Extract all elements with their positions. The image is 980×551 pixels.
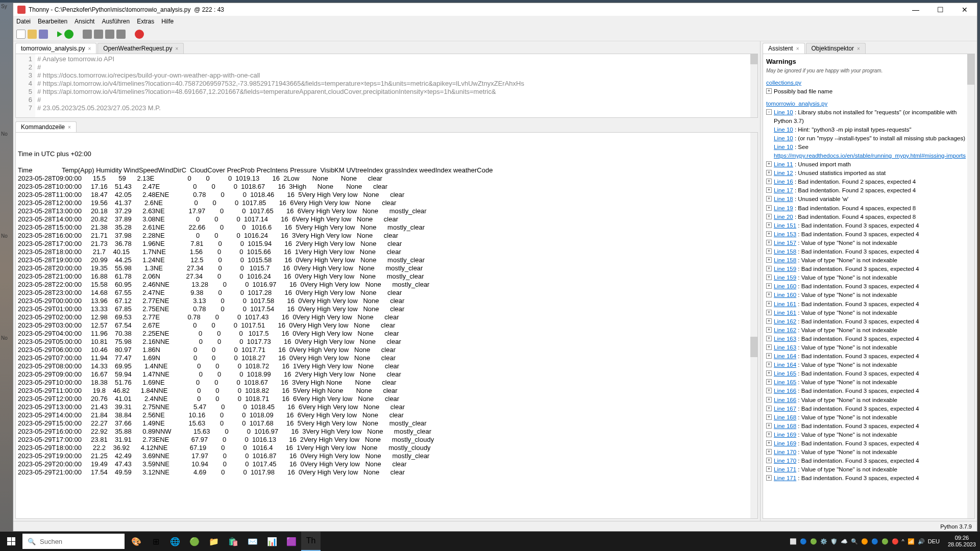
tray-icon[interactable]: 🔵 (871, 538, 878, 545)
line-link[interactable]: Line 165 (774, 379, 796, 385)
run-button[interactable] (57, 31, 62, 37)
expand-toggle[interactable]: + (766, 257, 772, 263)
shell-output[interactable]: Time in UTC plus +02:00 Time Temp(App) H… (15, 132, 758, 519)
tray-icon[interactable]: 🟢 (810, 538, 817, 545)
line-link[interactable]: Line 163 (774, 336, 796, 342)
expand-toggle[interactable]: + (766, 170, 772, 176)
line-link[interactable]: Line 160 (774, 283, 796, 289)
line-link[interactable]: Line 168 (774, 414, 796, 420)
line-link[interactable]: Line 166 (774, 388, 796, 394)
open-file-button[interactable] (28, 30, 37, 39)
close-icon[interactable]: × (175, 46, 178, 52)
line-link[interactable]: Line 10 (774, 109, 793, 115)
expand-toggle[interactable]: + (766, 301, 772, 307)
line-link[interactable]: Line 162 (774, 327, 796, 333)
tray-icon[interactable]: 🔴 (892, 538, 899, 545)
menu-bearbeiten[interactable]: Bearbeiten (38, 18, 67, 25)
taskbar-clock[interactable]: 09:26 28.05.2023 (944, 535, 980, 548)
expand-toggle[interactable]: + (766, 214, 772, 219)
tray-icon[interactable]: 🔍 (851, 538, 858, 545)
line-link[interactable]: Line 159 (774, 266, 796, 272)
expand-toggle[interactable]: + (766, 88, 772, 94)
tray-icon[interactable]: ⚙️ (820, 538, 827, 545)
expand-toggle[interactable]: + (766, 475, 772, 481)
line-link[interactable]: Line 171 (774, 475, 796, 481)
assistant-panel[interactable]: Warnings May be ignored if you are happy… (763, 54, 975, 519)
chrome-icon[interactable]: 🟢 (185, 532, 204, 551)
app-icon[interactable]: 🟪 (282, 532, 301, 551)
stop-button[interactable] (135, 30, 144, 39)
expand-toggle[interactable]: + (766, 196, 772, 202)
tray-icon[interactable]: 🟠 (861, 538, 868, 545)
explorer-icon[interactable]: 📁 (204, 532, 224, 551)
menu-extras[interactable]: Extras (137, 18, 154, 25)
step-out-button[interactable] (105, 30, 114, 39)
expand-toggle[interactable]: + (766, 283, 772, 289)
tray-icon[interactable]: 🟢 (881, 538, 889, 545)
expand-toggle[interactable]: + (766, 397, 772, 403)
line-link[interactable]: Line 164 (774, 353, 796, 359)
volume-icon[interactable]: 🔊 (918, 538, 925, 545)
expand-toggle[interactable]: + (766, 248, 772, 254)
expand-toggle[interactable]: + (766, 205, 772, 211)
minimize-button[interactable]: — (907, 5, 924, 15)
line-link[interactable]: Line 165 (774, 370, 796, 377)
expand-toggle[interactable]: + (766, 222, 772, 228)
line-link[interactable]: Line 18 (774, 196, 793, 202)
language-indicator[interactable]: DEU (928, 538, 940, 544)
maximize-button[interactable]: ☐ (932, 5, 949, 15)
step-over-button[interactable] (83, 30, 92, 39)
edge-icon[interactable]: 🌐 (165, 532, 185, 551)
file-link[interactable]: tomorrowio_analysis.py (766, 101, 827, 107)
line-link[interactable]: Line 12 (774, 170, 793, 176)
expand-toggle[interactable]: + (766, 458, 772, 463)
doc-link[interactable]: https://mypy.readthedocs.io/en/stable/ru… (774, 153, 966, 159)
expand-toggle[interactable]: + (766, 187, 772, 193)
expand-toggle[interactable]: + (766, 318, 772, 324)
menu-hilfe[interactable]: Hilfe (161, 18, 174, 25)
resume-button[interactable] (116, 30, 126, 39)
line-link[interactable]: Line 167 (774, 406, 796, 412)
thonny-taskbar-icon[interactable]: Th (301, 532, 321, 551)
tray-icon[interactable]: 🔵 (800, 538, 807, 545)
expand-toggle[interactable]: + (766, 336, 772, 341)
expand-toggle[interactable]: + (766, 231, 772, 237)
tray-icon[interactable]: ⬜ (790, 538, 797, 545)
expand-toggle[interactable]: + (766, 362, 772, 367)
expand-toggle[interactable]: + (766, 353, 772, 359)
app-icon[interactable]: 📊 (262, 532, 282, 551)
line-link[interactable]: Line 163 (774, 344, 796, 350)
network-icon[interactable]: 📶 (908, 538, 915, 545)
line-link[interactable]: Line 16 (774, 179, 793, 185)
line-link[interactable]: Line 11 (774, 161, 793, 167)
expand-toggle[interactable]: + (766, 449, 772, 455)
expand-toggle[interactable]: + (766, 266, 772, 271)
expand-toggle[interactable]: + (766, 414, 772, 420)
editor-tab[interactable]: OpenWeatherRequest.py× (97, 43, 184, 54)
line-link[interactable]: Line 17 (774, 187, 793, 193)
expand-toggle[interactable]: + (766, 240, 772, 245)
expand-toggle[interactable]: + (766, 327, 772, 333)
expand-toggle[interactable]: + (766, 406, 772, 411)
cortana-icon[interactable]: 🎨 (127, 532, 146, 551)
line-link[interactable]: Line 170 (774, 449, 796, 455)
assistant-tab[interactable]: Assistent× (763, 43, 805, 54)
expand-toggle[interactable]: - (766, 109, 772, 115)
step-into-button[interactable] (94, 30, 103, 39)
shell-scrollbar[interactable] (750, 133, 757, 518)
line-link[interactable]: Line 157 (774, 240, 796, 246)
mail-icon[interactable]: ✉️ (243, 532, 262, 551)
expand-toggle[interactable]: + (766, 379, 772, 385)
expand-toggle[interactable]: + (766, 388, 772, 393)
line-link[interactable]: Line 161 (774, 310, 796, 316)
editor-tab[interactable]: tomorrowio_analysis.py× (15, 43, 96, 54)
line-link[interactable]: Line 160 (774, 292, 796, 298)
expand-toggle[interactable]: + (766, 440, 772, 446)
menu-ansicht[interactable]: Ansicht (75, 18, 94, 25)
line-link[interactable]: Line 10 (774, 135, 793, 141)
close-icon[interactable]: × (857, 46, 860, 52)
chevron-up-icon[interactable]: ^ (902, 538, 904, 544)
shell-tab[interactable]: Kommandozeile× (15, 121, 77, 132)
line-link[interactable]: Line 161 (774, 301, 796, 307)
code-editor[interactable]: 1234567 # Analyse tomorrow.io API## http… (15, 54, 758, 118)
